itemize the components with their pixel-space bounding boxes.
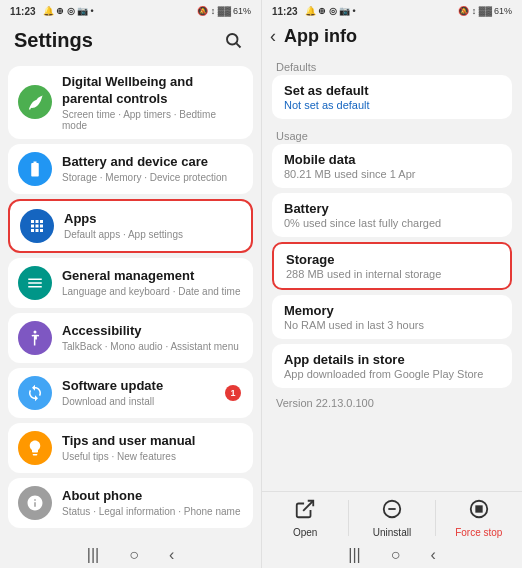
about-subtitle: Status · Legal information · Phone name: [62, 506, 243, 517]
setting-item-software-update[interactable]: Software update Download and install 1: [8, 368, 253, 418]
search-icon: [224, 31, 242, 49]
apps-icon: [28, 217, 46, 235]
uninstall-icon: [381, 498, 403, 525]
battery-left: 61%: [233, 6, 251, 16]
battery-right: 61%: [494, 6, 512, 16]
status-right-right: 🔕 ↕ ▓▓ 61%: [458, 6, 512, 16]
force-stop-icon: [468, 498, 490, 525]
back-button[interactable]: ‹: [270, 26, 276, 47]
settings-title: Settings: [14, 29, 93, 52]
action-divider-2: [435, 500, 436, 536]
uninstall-button[interactable]: Uninstall: [364, 498, 419, 538]
open-label: Open: [293, 527, 317, 538]
digital-wellbeing-icon: [18, 85, 52, 119]
status-icons-left: 🔔 ⊕ ◎ 📷 •: [43, 6, 94, 16]
general-title: General management: [62, 268, 243, 285]
nav-back-right[interactable]: ‹: [430, 546, 435, 564]
storage-card[interactable]: Storage 288 MB used in internal storage: [272, 242, 512, 290]
force-stop-label: Force stop: [455, 527, 502, 538]
left-nav-bar: ||| ○ ‹: [0, 540, 261, 568]
left-panel: 11:23 🔔 ⊕ ◎ 📷 • 🔕 ↕ ▓▓ 61% Settings Digi…: [0, 0, 261, 568]
mobile-data-card[interactable]: Mobile data 80.21 MB used since 1 Apr: [272, 144, 512, 188]
apps-title: Apps: [64, 211, 241, 228]
app-details-subtitle: App downloaded from Google Play Store: [284, 368, 500, 380]
setting-item-apps[interactable]: Apps Default apps · App settings: [8, 199, 253, 253]
open-button[interactable]: Open: [278, 498, 333, 538]
uninstall-label: Uninstall: [373, 527, 411, 538]
software-icon: [26, 384, 44, 402]
mobile-data-title: Mobile data: [284, 152, 500, 167]
app-info-header: ‹ App info: [262, 20, 522, 55]
set-as-default-card[interactable]: Set as default Not set as default: [272, 75, 512, 119]
settings-list: Digital Wellbeing and parental controls …: [0, 62, 261, 540]
status-time-left: 11:23 🔔 ⊕ ◎ 📷 •: [10, 6, 94, 17]
action-bar: Open Uninstall Force stop: [262, 491, 522, 540]
about-icon: [26, 494, 44, 512]
battery-card[interactable]: Battery 0% used since last fully charged: [272, 193, 512, 237]
software-subtitle: Download and install: [62, 396, 243, 407]
tips-title: Tips and user manual: [62, 433, 243, 450]
setting-item-accessibility[interactable]: Accessibility TalkBack · Mono audio · As…: [8, 313, 253, 363]
svg-point-0: [227, 34, 238, 45]
signal-icon-left: 🔕 ↕ ▓▓: [197, 6, 231, 16]
open-icon: [294, 498, 316, 525]
general-subtitle: Language and keyboard · Date and time: [62, 286, 243, 297]
accessibility-text: Accessibility TalkBack · Mono audio · As…: [62, 323, 243, 352]
digital-wellbeing-text: Digital Wellbeing and parental controls …: [62, 74, 243, 131]
memory-subtitle: No RAM used in last 3 hours: [284, 319, 500, 331]
storage-subtitle: 288 MB used in internal storage: [286, 268, 498, 280]
svg-line-1: [236, 43, 240, 47]
uninstall-circle-icon: [381, 498, 403, 520]
force-stop-circle-icon: [468, 498, 490, 520]
battery-icon: [26, 160, 44, 178]
accessibility-title: Accessibility: [62, 323, 243, 340]
svg-rect-6: [476, 506, 482, 512]
tips-icon-circle: [18, 431, 52, 465]
accessibility-subtitle: TalkBack · Mono audio · Assistant menu: [62, 341, 243, 352]
storage-title: Storage: [286, 252, 498, 267]
software-icon-circle: [18, 376, 52, 410]
nav-home-right[interactable]: ○: [391, 546, 401, 564]
usage-section-label: Usage: [272, 124, 512, 144]
status-bar-left: 11:23 🔔 ⊕ ◎ 📷 • 🔕 ↕ ▓▓ 61%: [0, 0, 261, 20]
time-left: 11:23: [10, 6, 36, 17]
set-as-default-title: Set as default: [284, 83, 500, 98]
memory-card[interactable]: Memory No RAM used in last 3 hours: [272, 295, 512, 339]
software-update-badge: 1: [225, 385, 241, 401]
about-title: About phone: [62, 488, 243, 505]
set-as-default-subtitle: Not set as default: [284, 99, 500, 111]
nav-back-left[interactable]: ‹: [169, 546, 174, 564]
mobile-data-subtitle: 80.21 MB used since 1 Apr: [284, 168, 500, 180]
software-title: Software update: [62, 378, 243, 395]
setting-item-digital-wellbeing[interactable]: Digital Wellbeing and parental controls …: [8, 66, 253, 139]
force-stop-button[interactable]: Force stop: [451, 498, 506, 538]
battery-info-subtitle: 0% used since last fully charged: [284, 217, 500, 229]
setting-item-about[interactable]: About phone Status · Legal information ·…: [8, 478, 253, 528]
right-panel: 11:23 🔔 ⊕ ◎ 📷 • 🔕 ↕ ▓▓ 61% ‹ App info De…: [261, 0, 522, 568]
digital-wellbeing-title: Digital Wellbeing and parental controls: [62, 74, 243, 108]
search-button[interactable]: [219, 26, 247, 54]
app-details-card[interactable]: App details in store App downloaded from…: [272, 344, 512, 388]
setting-item-battery[interactable]: Battery and device care Storage · Memory…: [8, 144, 253, 194]
app-info-title: App info: [284, 26, 357, 47]
accessibility-icon-circle: [18, 321, 52, 355]
nav-home-left[interactable]: ○: [129, 546, 139, 564]
setting-item-tips[interactable]: Tips and user manual Useful tips · New f…: [8, 423, 253, 473]
time-right: 11:23: [272, 6, 298, 17]
svg-line-2: [303, 501, 313, 511]
setting-item-general[interactable]: General management Language and keyboard…: [8, 258, 253, 308]
general-icon-circle: [18, 266, 52, 300]
status-time-right: 11:23 🔔 ⊕ ◎ 📷 •: [272, 6, 356, 17]
nav-recent-right[interactable]: |||: [348, 546, 360, 564]
about-icon-circle: [18, 486, 52, 520]
general-icon: [26, 274, 44, 292]
tips-text: Tips and user manual Useful tips · New f…: [62, 433, 243, 462]
battery-info-title: Battery: [284, 201, 500, 216]
general-text: General management Language and keyboard…: [62, 268, 243, 297]
status-icons-right: 🔔 ⊕ ◎ 📷 •: [305, 6, 356, 16]
nav-recent-left[interactable]: |||: [87, 546, 99, 564]
tips-subtitle: Useful tips · New features: [62, 451, 243, 462]
about-text: About phone Status · Legal information ·…: [62, 488, 243, 517]
memory-title: Memory: [284, 303, 500, 318]
battery-text: Battery and device care Storage · Memory…: [62, 154, 243, 183]
